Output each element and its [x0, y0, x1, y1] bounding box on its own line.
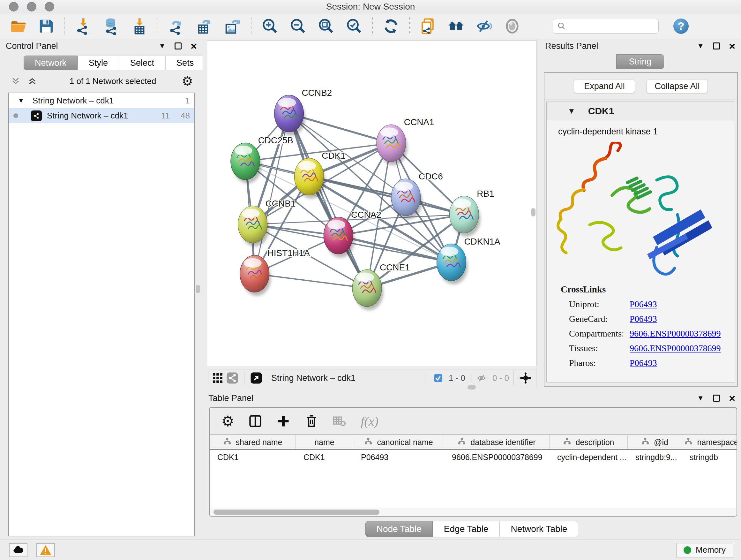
zoom-out-button[interactable] — [288, 17, 307, 36]
crosslink-link[interactable]: 9606.ENSP00000378699 — [630, 328, 721, 339]
tab-network-table[interactable]: Network Table — [499, 521, 578, 537]
table-cell[interactable]: stringdb — [682, 450, 737, 464]
show-all-button[interactable] — [503, 17, 522, 36]
column-header-name[interactable]: name — [296, 435, 353, 449]
panel-collapse-icon[interactable]: ▼ — [158, 42, 165, 50]
node-CDC6[interactable]: CDC6 — [391, 172, 443, 219]
edge-CCNB2-CCNE1[interactable] — [289, 114, 367, 288]
column-header-canonical-name[interactable]: canonical name — [353, 435, 444, 449]
show-columns-icon[interactable] — [248, 414, 262, 428]
export-image-button[interactable] — [223, 17, 242, 36]
column-header-shared-name[interactable]: shared name — [210, 435, 296, 449]
tab-sets[interactable]: Sets — [165, 56, 205, 70]
open-file-button[interactable] — [9, 17, 27, 36]
panel-float-icon[interactable] — [713, 43, 720, 50]
table-cell[interactable]: P06493 — [353, 450, 444, 464]
network-graph[interactable]: CCNB2CCNA1CDC25BCDK1CDC6RB1CCNB1CCNA2CDK… — [207, 41, 536, 366]
node-table[interactable]: shared namenamecanonical namedatabase id… — [210, 435, 737, 508]
cloud-status-button[interactable] — [9, 543, 27, 557]
node-CDKN1A[interactable]: CDKN1A — [437, 237, 501, 285]
zoom-selected-button[interactable] — [345, 17, 363, 36]
column-header-namespace[interactable]: namespace — [682, 435, 737, 449]
panel-close-icon[interactable]: × — [191, 43, 197, 50]
network-canvas[interactable]: CCNB2CCNA1CDC25BCDK1CDC6RB1CCNB1CCNA2CDK… — [207, 41, 536, 366]
panel-float-icon[interactable] — [175, 43, 182, 50]
column-header-description[interactable]: description — [549, 435, 628, 449]
tab-node-table[interactable]: Node Table — [365, 521, 433, 537]
network-row-selected[interactable]: String Network – cdk1 11 48 — [9, 108, 194, 123]
edge-CCNA2-CDKN1A[interactable] — [338, 236, 451, 262]
expand-all-button[interactable]: Expand All — [574, 79, 635, 93]
section-expand-caret-icon[interactable]: ▼ — [568, 107, 576, 116]
right-splitter-handle[interactable] — [531, 208, 536, 216]
birdseye-grid-icon[interactable] — [210, 371, 225, 385]
delete-table-icon[interactable] — [333, 414, 347, 428]
collapse-all-icon[interactable] — [11, 76, 20, 86]
column-header-@id[interactable]: @id — [628, 435, 682, 449]
table-cell[interactable]: stringdb:9... — [628, 450, 682, 464]
node-RB1[interactable]: RB1 — [450, 189, 494, 237]
network-from-selection-button[interactable] — [419, 17, 437, 36]
hidden-eye-icon[interactable] — [475, 371, 489, 385]
search-input[interactable] — [566, 21, 653, 30]
selected-checkbox-icon[interactable] — [431, 371, 446, 385]
open-in-window-icon[interactable] — [249, 371, 264, 385]
node-CCNA2[interactable]: CCNA2 — [324, 210, 381, 258]
tab-edge-table[interactable]: Edge Table — [433, 521, 500, 537]
collapse-all-button[interactable]: Collapse All — [647, 79, 708, 93]
string-view-icon[interactable] — [225, 371, 240, 385]
panel-float-icon[interactable] — [713, 395, 720, 401]
save-session-button[interactable] — [37, 17, 56, 36]
import-table-button[interactable] — [130, 17, 149, 36]
tab-network[interactable]: Network — [23, 56, 77, 70]
edge-HIST1H1A-CCNE1[interactable] — [255, 274, 367, 288]
left-splitter-handle[interactable] — [196, 285, 200, 293]
network-options-gear-icon[interactable]: ⚙ — [182, 75, 193, 87]
table-cell[interactable]: 9606.ENSP00000378699 — [444, 450, 549, 464]
delete-column-trash-icon[interactable] — [305, 414, 319, 428]
first-neighbors-button[interactable] — [447, 17, 465, 36]
table-options-gear-icon[interactable]: ⚙ — [221, 415, 234, 428]
import-network-database-button[interactable] — [102, 17, 121, 36]
node-HIST1H1A[interactable]: HIST1H1A — [240, 248, 310, 296]
node-CCNB2[interactable]: CCNB2 — [274, 88, 332, 136]
warnings-button[interactable] — [37, 543, 55, 557]
panel-collapse-icon[interactable]: ▼ — [697, 42, 704, 50]
horizontal-splitter-handle[interactable] — [468, 385, 476, 389]
panel-close-icon[interactable]: × — [729, 395, 735, 401]
table-row[interactable]: CDK1CDK1P064939606.ENSP00000378699cyclin… — [210, 450, 737, 464]
function-builder-icon[interactable]: f(x) — [360, 414, 379, 429]
panel-collapse-icon[interactable]: ▼ — [697, 394, 704, 402]
panel-close-icon[interactable]: × — [729, 43, 735, 50]
table-cell[interactable]: cyclin-dependent ... — [549, 450, 628, 464]
help-icon[interactable]: ? — [673, 18, 689, 34]
search-box[interactable] — [553, 19, 659, 34]
refresh-button[interactable] — [382, 17, 400, 36]
table-horizontal-scrollbar[interactable] — [210, 508, 737, 516]
create-column-plus-icon[interactable] — [276, 414, 290, 428]
crosslink-link[interactable]: P06493 — [630, 358, 657, 368]
hide-selected-button[interactable] — [475, 17, 493, 36]
tab-string[interactable]: String — [616, 54, 664, 69]
crosslink-link[interactable]: P06493 — [630, 299, 657, 309]
gene-section-header[interactable]: ▼ CDK1 — [547, 102, 735, 120]
fit-content-crosshair-icon[interactable] — [518, 371, 533, 385]
tab-style[interactable]: Style — [77, 56, 119, 70]
table-cell[interactable]: CDK1 — [210, 450, 296, 464]
node-CCNE1[interactable]: CCNE1 — [352, 262, 410, 310]
zoom-fit-button[interactable] — [317, 17, 335, 36]
network-collection-row[interactable]: ▼ String Network – cdk1 1 — [9, 93, 194, 108]
zoom-in-button[interactable] — [260, 17, 279, 36]
export-table-button[interactable] — [195, 17, 214, 36]
collection-expand-caret-icon[interactable]: ▼ — [18, 97, 24, 105]
expand-all-icon[interactable] — [27, 76, 37, 86]
crosslink-link[interactable]: 9606.ENSP00000378699 — [630, 343, 721, 354]
scrollbar-thumb[interactable] — [213, 509, 380, 515]
import-network-file-button[interactable] — [74, 17, 92, 36]
memory-button[interactable]: Memory — [676, 543, 733, 557]
column-header-database-identifier[interactable]: database identifier — [444, 435, 549, 449]
table-cell[interactable]: CDK1 — [296, 450, 353, 464]
tab-select[interactable]: Select — [119, 56, 165, 70]
export-network-button[interactable] — [167, 17, 186, 36]
crosslink-link[interactable]: P06493 — [630, 314, 657, 324]
